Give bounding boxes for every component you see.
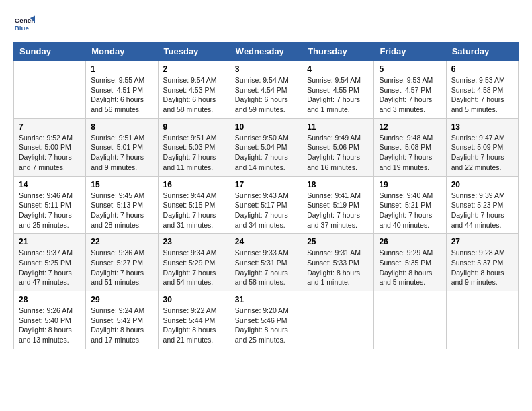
- weekday-header: Wednesday: [230, 42, 302, 61]
- day-number: 8: [91, 122, 152, 132]
- day-info: Sunrise: 9:50 AMSunset: 5:04 PMDaylight:…: [235, 133, 297, 173]
- calendar-day-cell: 5Sunrise: 9:53 AMSunset: 4:57 PMDaylight…: [374, 61, 446, 119]
- day-info: Sunrise: 9:44 AMSunset: 5:15 PMDaylight:…: [163, 191, 225, 230]
- calendar-day-cell: [302, 291, 374, 349]
- calendar-day-cell: 3Sunrise: 9:54 AMSunset: 4:54 PMDaylight…: [230, 61, 302, 119]
- day-info: Sunrise: 9:39 AMSunset: 5:23 PMDaylight:…: [451, 191, 513, 230]
- calendar-table: SundayMondayTuesdayWednesdayThursdayFrid…: [13, 42, 519, 349]
- day-number: 6: [451, 64, 513, 74]
- day-number: 15: [91, 180, 152, 189]
- weekday-row: SundayMondayTuesdayWednesdayThursdayFrid…: [14, 42, 519, 61]
- day-info: Sunrise: 9:47 AMSunset: 5:09 PMDaylight:…: [451, 133, 513, 173]
- weekday-header: Saturday: [446, 42, 518, 61]
- calendar-day-cell: 26Sunrise: 9:29 AMSunset: 5:35 PMDayligh…: [374, 234, 446, 291]
- weekday-header: Friday: [374, 42, 446, 61]
- calendar-day-cell: 28Sunrise: 9:26 AMSunset: 5:40 PMDayligh…: [14, 291, 86, 349]
- calendar-day-cell: 30Sunrise: 9:22 AMSunset: 5:44 PMDayligh…: [158, 291, 230, 349]
- day-number: 7: [19, 122, 81, 132]
- day-info: Sunrise: 9:54 AMSunset: 4:54 PMDaylight:…: [235, 75, 297, 115]
- day-info: Sunrise: 9:34 AMSunset: 5:29 PMDaylight:…: [163, 248, 225, 287]
- calendar-day-cell: 14Sunrise: 9:46 AMSunset: 5:11 PMDayligh…: [14, 176, 86, 234]
- weekday-header: Sunday: [14, 42, 86, 61]
- day-number: 12: [379, 122, 441, 132]
- calendar-week-row: 21Sunrise: 9:37 AMSunset: 5:25 PMDayligh…: [14, 234, 519, 291]
- day-info: Sunrise: 9:41 AMSunset: 5:19 PMDaylight:…: [307, 191, 369, 230]
- day-number: 13: [451, 122, 513, 132]
- day-info: Sunrise: 9:46 AMSunset: 5:11 PMDaylight:…: [19, 191, 81, 230]
- day-info: Sunrise: 9:20 AMSunset: 5:46 PMDaylight:…: [235, 306, 297, 345]
- calendar-day-cell: 18Sunrise: 9:41 AMSunset: 5:19 PMDayligh…: [302, 176, 374, 234]
- day-info: Sunrise: 9:24 AMSunset: 5:42 PMDaylight:…: [91, 306, 152, 345]
- calendar-day-cell: 1Sunrise: 9:55 AMSunset: 4:51 PMDaylight…: [86, 61, 158, 119]
- day-number: 26: [379, 237, 441, 246]
- day-info: Sunrise: 9:51 AMSunset: 5:01 PMDaylight:…: [91, 133, 152, 173]
- calendar-day-cell: 31Sunrise: 9:20 AMSunset: 5:46 PMDayligh…: [230, 291, 302, 349]
- day-number: 27: [451, 237, 513, 246]
- calendar-day-cell: 17Sunrise: 9:43 AMSunset: 5:17 PMDayligh…: [230, 176, 302, 234]
- calendar-week-row: 14Sunrise: 9:46 AMSunset: 5:11 PMDayligh…: [14, 176, 519, 234]
- day-info: Sunrise: 9:54 AMSunset: 4:53 PMDaylight:…: [163, 75, 225, 115]
- day-info: Sunrise: 9:48 AMSunset: 5:08 PMDaylight:…: [379, 133, 441, 173]
- calendar-day-cell: 4Sunrise: 9:54 AMSunset: 4:55 PMDaylight…: [302, 61, 374, 119]
- day-number: 4: [307, 64, 369, 74]
- day-info: Sunrise: 9:29 AMSunset: 5:35 PMDaylight:…: [379, 248, 441, 287]
- day-info: Sunrise: 9:53 AMSunset: 4:57 PMDaylight:…: [379, 75, 441, 115]
- day-number: 10: [235, 122, 297, 132]
- calendar-header: SundayMondayTuesdayWednesdayThursdayFrid…: [14, 42, 519, 61]
- day-info: Sunrise: 9:53 AMSunset: 4:58 PMDaylight:…: [451, 75, 513, 115]
- day-number: 19: [379, 180, 441, 189]
- day-number: 11: [307, 122, 369, 132]
- day-number: 25: [307, 237, 369, 246]
- day-number: 21: [19, 237, 81, 246]
- page-header: General Blue: [13, 13, 519, 35]
- weekday-header: Monday: [86, 42, 158, 61]
- weekday-header: Thursday: [302, 42, 374, 61]
- calendar-day-cell: 10Sunrise: 9:50 AMSunset: 5:04 PMDayligh…: [230, 118, 302, 176]
- day-number: 31: [235, 295, 297, 304]
- calendar-day-cell: 23Sunrise: 9:34 AMSunset: 5:29 PMDayligh…: [158, 234, 230, 291]
- day-number: 29: [91, 295, 152, 304]
- day-info: Sunrise: 9:45 AMSunset: 5:13 PMDaylight:…: [91, 191, 152, 230]
- calendar-day-cell: 19Sunrise: 9:40 AMSunset: 5:21 PMDayligh…: [374, 176, 446, 234]
- calendar-day-cell: 2Sunrise: 9:54 AMSunset: 4:53 PMDaylight…: [158, 61, 230, 119]
- day-info: Sunrise: 9:36 AMSunset: 5:27 PMDaylight:…: [91, 248, 152, 287]
- calendar-day-cell: [446, 291, 518, 349]
- day-info: Sunrise: 9:43 AMSunset: 5:17 PMDaylight:…: [235, 191, 297, 230]
- day-number: 9: [163, 122, 225, 132]
- day-number: 17: [235, 180, 297, 189]
- day-info: Sunrise: 9:49 AMSunset: 5:06 PMDaylight:…: [307, 133, 369, 173]
- day-info: Sunrise: 9:22 AMSunset: 5:44 PMDaylight:…: [163, 306, 225, 345]
- calendar-day-cell: 7Sunrise: 9:52 AMSunset: 5:00 PMDaylight…: [14, 118, 86, 176]
- day-number: 23: [163, 237, 225, 246]
- calendar-day-cell: 24Sunrise: 9:33 AMSunset: 5:31 PMDayligh…: [230, 234, 302, 291]
- day-number: 28: [19, 295, 81, 304]
- day-info: Sunrise: 9:28 AMSunset: 5:37 PMDaylight:…: [451, 248, 513, 287]
- calendar-day-cell: 27Sunrise: 9:28 AMSunset: 5:37 PMDayligh…: [446, 234, 518, 291]
- calendar-day-cell: 29Sunrise: 9:24 AMSunset: 5:42 PMDayligh…: [86, 291, 158, 349]
- day-info: Sunrise: 9:52 AMSunset: 5:00 PMDaylight:…: [19, 133, 81, 173]
- logo: General Blue: [13, 13, 35, 35]
- calendar-week-row: 7Sunrise: 9:52 AMSunset: 5:00 PMDaylight…: [14, 118, 519, 176]
- day-number: 3: [235, 64, 297, 74]
- day-info: Sunrise: 9:51 AMSunset: 5:03 PMDaylight:…: [163, 133, 225, 173]
- calendar-day-cell: 22Sunrise: 9:36 AMSunset: 5:27 PMDayligh…: [86, 234, 158, 291]
- day-number: 16: [163, 180, 225, 189]
- svg-text:Blue: Blue: [15, 24, 30, 32]
- calendar-day-cell: 15Sunrise: 9:45 AMSunset: 5:13 PMDayligh…: [86, 176, 158, 234]
- day-info: Sunrise: 9:54 AMSunset: 4:55 PMDaylight:…: [307, 75, 369, 115]
- day-number: 2: [163, 64, 225, 74]
- calendar-week-row: 1Sunrise: 9:55 AMSunset: 4:51 PMDaylight…: [14, 61, 519, 119]
- calendar-day-cell: 20Sunrise: 9:39 AMSunset: 5:23 PMDayligh…: [446, 176, 518, 234]
- day-number: 22: [91, 237, 152, 246]
- day-number: 5: [379, 64, 441, 74]
- day-number: 1: [91, 64, 152, 74]
- day-number: 30: [163, 295, 225, 304]
- calendar-day-cell: 25Sunrise: 9:31 AMSunset: 5:33 PMDayligh…: [302, 234, 374, 291]
- day-info: Sunrise: 9:31 AMSunset: 5:33 PMDaylight:…: [307, 248, 369, 287]
- day-info: Sunrise: 9:40 AMSunset: 5:21 PMDaylight:…: [379, 191, 441, 230]
- day-number: 18: [307, 180, 369, 189]
- calendar-day-cell: [14, 61, 86, 119]
- calendar-day-cell: [374, 291, 446, 349]
- calendar-day-cell: 12Sunrise: 9:48 AMSunset: 5:08 PMDayligh…: [374, 118, 446, 176]
- calendar-day-cell: 16Sunrise: 9:44 AMSunset: 5:15 PMDayligh…: [158, 176, 230, 234]
